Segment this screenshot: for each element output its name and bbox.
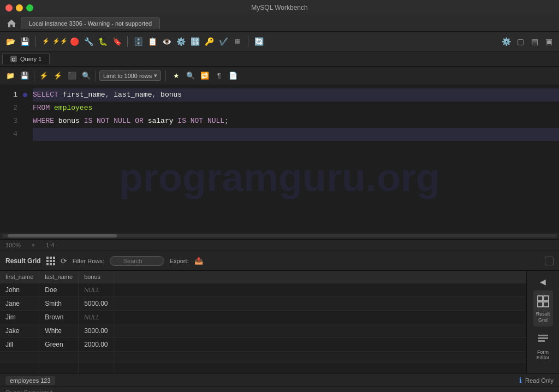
explain-icon[interactable]: 🔍	[80, 70, 92, 82]
breakpoint-dot[interactable]	[23, 93, 27, 97]
svg-text:Q: Q	[11, 57, 15, 62]
proc-icon[interactable]: ⚙️	[175, 35, 187, 47]
export-icon[interactable]: 📤	[194, 257, 203, 265]
result-grid-button[interactable]: ResultGrid	[533, 290, 553, 326]
refresh-icon[interactable]: 🔄	[253, 35, 265, 47]
table-icon[interactable]: 📋	[146, 35, 158, 47]
save2-icon[interactable]: 💾	[19, 70, 31, 82]
cell-bonus: 2000.00	[79, 338, 114, 352]
form-editor-button[interactable]: FormEditor	[533, 329, 553, 365]
replace-icon[interactable]: 🔁	[199, 70, 211, 82]
table-row[interactable]: John Doe NULL	[0, 283, 526, 297]
tab-label[interactable]: employees 123	[5, 376, 55, 385]
window-title: MySQL Workbench	[251, 4, 307, 11]
star-icon[interactable]: ★	[170, 70, 182, 82]
check-icon[interactable]: ✔️	[217, 35, 229, 47]
minimize-button[interactable]	[16, 4, 23, 11]
table2-icon[interactable]: ▦	[231, 35, 243, 47]
layout1-icon[interactable]: ▢	[514, 35, 526, 47]
query-tab[interactable]: Q Query 1	[2, 53, 50, 64]
toolbar-separator2	[127, 36, 128, 47]
sep	[34, 70, 34, 81]
result-grid-side-label: ResultGrid	[536, 311, 550, 323]
code-editor[interactable]: 1 2 3 4 SELECT first_name, last_name, bo…	[0, 85, 559, 233]
line-num-4: 4	[3, 128, 17, 141]
snippet-icon[interactable]: 📄	[227, 70, 239, 82]
search-input[interactable]	[110, 256, 164, 266]
save-icon[interactable]: 💾	[19, 35, 31, 47]
schema-icon[interactable]: 🗄️	[132, 35, 144, 47]
zoom-chevron[interactable]: ▾	[32, 242, 35, 249]
execute-icon[interactable]: ⚡	[38, 70, 50, 82]
cell-last-name: Green	[39, 338, 79, 352]
cell-bonus: NULL	[79, 311, 114, 324]
open-folder-icon[interactable]: 📂	[4, 35, 16, 47]
line-numbers: 1 2 3 4	[0, 85, 21, 233]
status-right: ℹ Read Only	[519, 376, 554, 384]
query-status-message: Query Completed	[5, 389, 52, 393]
cursor-position: 1:4	[46, 242, 54, 248]
home-icon[interactable]	[7, 19, 16, 28]
tool2-icon[interactable]: 🐛	[97, 35, 109, 47]
export-label: Export:	[170, 258, 189, 264]
limit-select[interactable]: Limit to 1000 rows ▾	[99, 70, 161, 81]
stop2-icon[interactable]: ⬛	[66, 70, 78, 82]
execute-sel-icon[interactable]: ⚡	[52, 70, 64, 82]
query-tab-bar: Q Query 1	[0, 51, 559, 67]
result-table: first_name last_name bonus John Doe NULL	[0, 271, 526, 373]
code-line-2: FROM employees	[33, 102, 559, 115]
lower-section: Result Grid ⟳ Filter Rows: 🔍 Export: 📤 f…	[0, 251, 559, 387]
result-toolbar: Result Grid ⟳ Filter Rows: 🔍 Export: 📤	[0, 251, 559, 271]
table-row[interactable]: Jake White 3000.00	[0, 324, 526, 338]
svg-rect-8	[538, 337, 548, 339]
stop-icon[interactable]: 🔴	[68, 35, 80, 47]
func-icon[interactable]: 🔢	[189, 35, 201, 47]
instance-tab[interactable]: Local instance 3306 - Warning - not supp…	[21, 17, 160, 29]
horizontal-scrollbar[interactable]	[0, 233, 559, 239]
close-button[interactable]	[5, 4, 13, 11]
code-line-4	[33, 128, 559, 141]
titlebar: MySQL Workbench	[0, 0, 559, 15]
layout2-icon[interactable]: ▤	[528, 35, 540, 47]
scroll-thumb[interactable]	[8, 234, 117, 237]
table-row[interactable]: Jane Smith 5000.00	[0, 297, 526, 311]
cell-first-name: John	[0, 283, 39, 297]
table-row[interactable]: Jill Green 2000.00	[0, 338, 526, 352]
settings-icon[interactable]: ⚙️	[500, 35, 512, 47]
grid-view-icon[interactable]	[46, 257, 55, 265]
line-num-2: 2	[3, 102, 17, 115]
view-icon[interactable]: 👁️	[160, 35, 173, 47]
search-wrapper: 🔍	[110, 256, 164, 266]
layout3-icon[interactable]: ▣	[543, 35, 555, 47]
col-bonus: bonus	[160, 88, 182, 102]
table-row[interactable]: Jim Brown NULL	[0, 311, 526, 324]
instance-bar: Local instance 3306 - Warning - not supp…	[0, 15, 559, 32]
cell-last-name: Brown	[39, 311, 79, 324]
form-editor-side-label: FormEditor	[537, 349, 550, 361]
refresh-result-icon[interactable]: ⟳	[61, 257, 67, 265]
panel-collapse-arrow[interactable]: ◀	[538, 275, 548, 288]
svg-rect-9	[538, 340, 545, 342]
format-icon[interactable]: ¶	[213, 70, 225, 82]
index-icon[interactable]: 🔑	[203, 35, 215, 47]
result-grid-label: Result Grid	[5, 257, 41, 265]
tool3-icon[interactable]: 🔖	[111, 35, 123, 47]
grid-toggle-icon[interactable]	[545, 257, 554, 265]
tool1-icon[interactable]: 🔧	[82, 35, 94, 47]
search2-icon[interactable]: 🔍	[185, 70, 197, 82]
col-header-bonus[interactable]: bonus	[79, 271, 114, 283]
maximize-button[interactable]	[26, 4, 33, 11]
svg-rect-6	[544, 302, 549, 307]
run-all-icon[interactable]: ⚡⚡	[54, 35, 66, 47]
instance-tab-label: Local instance 3306 - Warning - not supp…	[29, 20, 152, 27]
scroll-track	[2, 234, 557, 237]
col-header-first-name[interactable]: first_name	[0, 271, 39, 283]
main-toolbar: 📂 💾 ⚡ ⚡⚡ 🔴 🔧 🐛 🔖 🗄️ 📋 👁️ ⚙️ 🔢 🔑 ✔️ ▦ 🔄 ⚙…	[0, 32, 559, 51]
col-header-last-name[interactable]: last_name	[39, 271, 79, 283]
open-icon[interactable]: 📁	[4, 70, 16, 82]
run-icon[interactable]: ⚡	[40, 35, 52, 47]
svg-rect-4	[544, 296, 549, 301]
cell-first-name: Jim	[0, 311, 39, 324]
sql-toolbar: 📁 💾 ⚡ ⚡ ⬛ 🔍 Limit to 1000 rows ▾ ★ 🔍 🔁 ¶…	[0, 67, 559, 85]
code-lines[interactable]: SELECT first_name, last_name, bonus FROM…	[29, 85, 559, 233]
